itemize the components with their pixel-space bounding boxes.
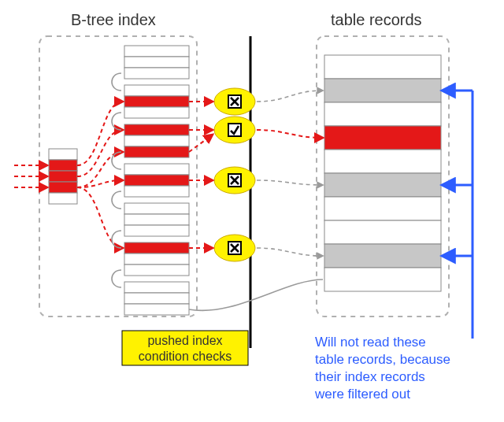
table-row	[324, 173, 441, 197]
table-row	[324, 102, 441, 126]
leaf-to-check-arrow	[189, 135, 213, 152]
btree-leaf-row	[124, 85, 189, 96]
check-to-table-skip	[257, 248, 323, 256]
check-to-table-skip	[257, 180, 323, 185]
table-row	[324, 55, 441, 79]
btree-leaf-row	[124, 146, 189, 157]
table-row	[324, 197, 441, 220]
svg-text:were filtered out: were filtered out	[314, 387, 410, 402]
btree-leaf-row	[124, 164, 189, 175]
svg-text:table records, because: table records, because	[315, 352, 450, 367]
pushed-index-label: pushed index condition checks	[122, 331, 248, 365]
table-row	[324, 220, 441, 244]
btree-leaf-row	[124, 57, 189, 68]
btree-root-row	[49, 171, 77, 182]
btree-leaf-row	[124, 265, 189, 276]
table-row	[324, 150, 441, 173]
btree-leaf-row	[124, 135, 189, 146]
table-rows	[324, 55, 441, 291]
root-to-leaf-arrow	[77, 152, 123, 187]
check-to-table-read	[257, 130, 323, 138]
root-to-leaf-arrow	[77, 180, 123, 187]
btree-root-row	[49, 149, 77, 160]
diagram: B-tree index table records pushed index …	[0, 0, 504, 422]
table-row	[324, 79, 441, 102]
btree-leaf-row	[124, 304, 189, 315]
annotation: Will not read these table records, becau…	[314, 335, 450, 402]
btree-leaf-row	[124, 68, 189, 79]
btree-leaf-row	[124, 254, 189, 265]
condition-checks	[214, 88, 255, 261]
table-row	[324, 244, 441, 268]
btree-root-row	[49, 193, 77, 204]
root-to-leaf-arrow	[77, 187, 123, 248]
btree-leaf-row	[124, 282, 189, 293]
btree-leaf-row	[124, 242, 189, 254]
btree-leaf-row	[124, 124, 189, 135]
leaf-link	[112, 113, 121, 130]
btree-title: B-tree index	[71, 11, 156, 28]
btree-leaf-row	[124, 46, 189, 57]
table-row	[324, 268, 441, 291]
leaf-link	[112, 191, 121, 209]
btree-leaf-row	[124, 293, 189, 304]
leaf-to-table-grey	[189, 279, 323, 310]
check-to-table-skip	[257, 91, 323, 102]
btree-leaf-row	[124, 175, 189, 186]
btree-root-row	[49, 160, 77, 171]
btree-leaf-row	[124, 203, 189, 214]
svg-text:pushed index: pushed index	[147, 334, 222, 347]
btree-root-row	[49, 182, 77, 193]
svg-text:their index records: their index records	[315, 369, 425, 384]
btree-leaf-row	[124, 214, 189, 225]
leaf-link	[112, 73, 121, 91]
btree-leaves	[124, 46, 189, 315]
svg-text:Will not read these: Will not read these	[315, 335, 426, 350]
btree-leaf-row	[124, 107, 189, 118]
leaf-link	[112, 270, 121, 287]
btree-root	[49, 149, 77, 204]
btree-leaf-row	[124, 186, 189, 197]
btree-leaf-row	[124, 225, 189, 236]
svg-text:condition checks: condition checks	[139, 350, 232, 363]
table-row	[324, 126, 441, 150]
btree-leaf-row	[124, 96, 189, 107]
table-records-title: table records	[331, 11, 422, 28]
